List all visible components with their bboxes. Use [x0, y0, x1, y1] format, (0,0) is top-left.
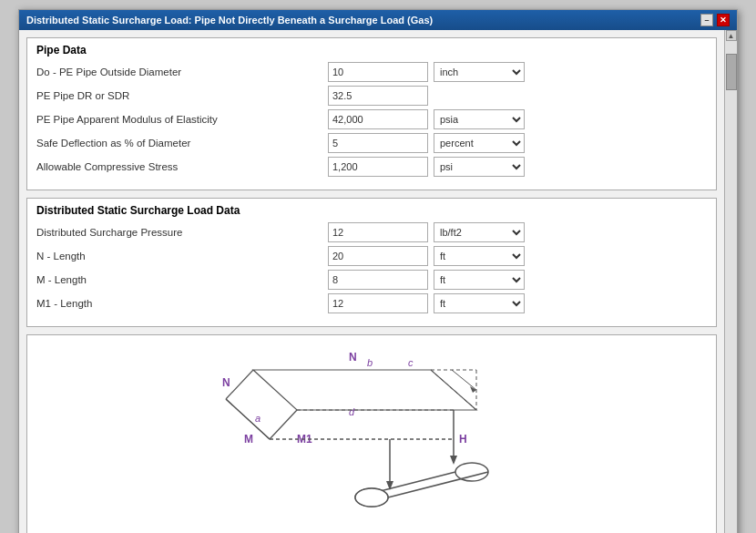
load-select-1[interactable]: ft m: [434, 246, 525, 266]
load-select-0[interactable]: lb/ft2 kPa: [434, 222, 525, 242]
pipe-data-title: Pipe Data: [36, 44, 707, 56]
pipe-row-4: Allowable Compressive Stress psi kPa: [36, 157, 707, 177]
main-area: Pipe Data Do - PE Pipe Outside Diameter …: [19, 30, 724, 533]
load-row-2: M - Length ft m: [36, 270, 707, 290]
load-label-3: M1 - Length: [36, 298, 328, 309]
pipe-input-4[interactable]: [328, 157, 428, 177]
pipe-input-1[interactable]: [328, 86, 428, 106]
label-a: a: [255, 413, 261, 424]
label-d: d: [349, 406, 355, 417]
load-data-section: Distributed Static Surcharge Load Data D…: [26, 198, 717, 327]
pipe-row-0: Do - PE Pipe Outside Diameter inch mm: [36, 62, 707, 82]
svg-point-17: [355, 488, 388, 507]
svg-marker-10: [450, 456, 457, 465]
window-content: Pipe Data Do - PE Pipe Outside Diameter …: [19, 30, 737, 533]
minimize-button[interactable]: –: [700, 14, 713, 26]
label-N-left: N: [222, 376, 230, 389]
label-c: c: [408, 357, 414, 368]
pipe-select-0[interactable]: inch mm: [434, 62, 525, 82]
load-row-3: M1 - Length ft m: [36, 293, 707, 313]
pipe-row-3: Safe Deflection as % of Diameter percent: [36, 133, 707, 153]
load-input-0[interactable]: [328, 222, 428, 242]
title-bar: Distributed Static Surcharge Load: Pipe …: [19, 10, 737, 30]
pipe-row-1: PE Pipe DR or SDR: [36, 86, 707, 106]
title-bar-buttons: – ✕: [700, 14, 730, 26]
load-row-0: Distributed Surcharge Pressure lb/ft2 kP…: [36, 222, 707, 242]
load-select-2[interactable]: ft m: [434, 270, 525, 290]
load-label-1: N - Length: [36, 251, 328, 261]
svg-line-4: [452, 370, 476, 390]
diagram-svg: b c N N a d: [189, 344, 554, 527]
label-H: H: [459, 433, 467, 446]
pipe-select-3[interactable]: percent: [434, 133, 525, 153]
label-N-top: N: [349, 351, 357, 364]
load-label-2: M - Length: [36, 274, 328, 285]
label-M: M: [244, 433, 253, 446]
load-input-1[interactable]: [328, 246, 428, 266]
pipe-select-4[interactable]: psi kPa: [434, 157, 525, 177]
pipe-input-0[interactable]: [328, 62, 428, 82]
pipe-input-2[interactable]: [328, 109, 428, 129]
scrollbar-thumb[interactable]: [726, 54, 737, 90]
pipe-label-3: Safe Deflection as % of Diameter: [36, 138, 328, 149]
pipe-label-2: PE Pipe Apparent Modulus of Elasticity: [36, 114, 328, 125]
close-button[interactable]: ✕: [717, 14, 730, 26]
diagram-section: b c N N a d: [26, 334, 717, 533]
svg-line-7: [270, 410, 297, 439]
load-input-2[interactable]: [328, 270, 428, 290]
svg-point-14: [455, 463, 488, 481]
pipe-label-0: Do - PE Pipe Outside Diameter: [36, 67, 328, 77]
scrollbar[interactable]: ▲: [724, 30, 737, 533]
load-label-0: Distributed Surcharge Pressure: [36, 227, 328, 238]
load-input-3[interactable]: [328, 293, 428, 313]
pipe-select-2[interactable]: psia kPa: [434, 109, 525, 129]
load-data-title: Distributed Static Surcharge Load Data: [36, 204, 707, 217]
load-select-3[interactable]: ft m: [434, 293, 525, 313]
svg-marker-0: [253, 370, 476, 410]
pipe-data-section: Pipe Data Do - PE Pipe Outside Diameter …: [26, 37, 717, 190]
main-window: Distributed Static Surcharge Load: Pipe …: [18, 9, 738, 533]
label-b: b: [367, 357, 373, 368]
pipe-row-2: PE Pipe Apparent Modulus of Elasticity p…: [36, 109, 707, 129]
load-row-1: N - Length ft m: [36, 246, 707, 266]
pipe-input-3[interactable]: [328, 133, 428, 153]
pipe-label-1: PE Pipe DR or SDR: [36, 90, 328, 101]
pipe-label-4: Allowable Compressive Stress: [36, 161, 328, 172]
window-title: Distributed Static Surcharge Load: Pipe …: [26, 15, 433, 26]
